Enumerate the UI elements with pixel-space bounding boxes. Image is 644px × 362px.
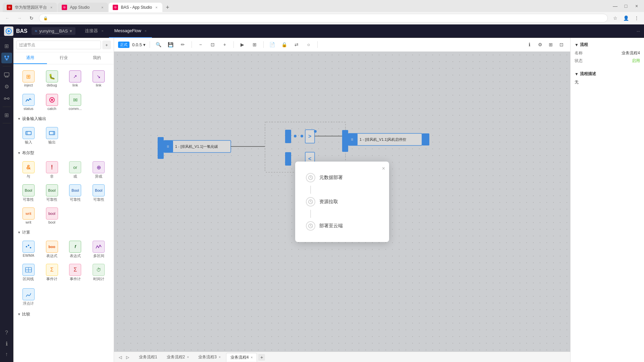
node-multirange[interactable]: 多区间	[88, 239, 110, 260]
node-debug[interactable]: 🐛 debug	[41, 68, 63, 89]
header-tab-messageflow[interactable]: MessageFlow ×	[109, 24, 152, 38]
node-and[interactable]: & 与	[17, 159, 40, 181]
bottom-tab-2-close[interactable]: ×	[187, 355, 189, 359]
toolbar-zoom-out-icon[interactable]: 🔍	[154, 40, 163, 49]
section-device-io[interactable]: ▼ 设备输入输出	[16, 114, 111, 124]
toolbar-info-icon[interactable]: ℹ	[525, 40, 534, 49]
sidebar-connect-icon[interactable]	[1, 93, 12, 104]
bottom-tab-4[interactable]: 业务流程4 ×	[226, 353, 257, 362]
node-eventcount1[interactable]: Σ 事件计	[41, 262, 63, 284]
tab-close-1[interactable]: ×	[50, 5, 53, 10]
node-timecount[interactable]: ⏱ 时间计	[88, 262, 110, 284]
sidebar-settings-icon[interactable]: ⚙	[1, 81, 12, 92]
header-tab-connector-close[interactable]: ×	[101, 29, 103, 33]
new-tab-button[interactable]: +	[163, 3, 172, 12]
project-selector[interactable]: ≈ yunying__BAS ▾	[32, 27, 75, 35]
bottom-tab-1[interactable]: 业务流程1	[135, 353, 161, 361]
node-link-in[interactable]: ↗ link	[64, 68, 87, 89]
modal-overlay[interactable]: × 元数据部署	[114, 52, 570, 352]
node-or[interactable]: or 或	[64, 159, 87, 181]
bottom-tab-3[interactable]: 业务流程3 ×	[194, 353, 225, 361]
url-bar[interactable]: 🔒	[39, 14, 608, 22]
toolbar-zoom-plus-icon[interactable]: +	[220, 40, 229, 49]
section-calc[interactable]: ▼ 计算	[16, 228, 111, 237]
bottom-add-tab-button[interactable]: +	[258, 354, 265, 361]
version-select[interactable]: 0.0.5 ▾	[132, 42, 146, 47]
tab-close-3[interactable]: ×	[155, 5, 158, 10]
sidebar-home-icon[interactable]: ⊞	[1, 41, 12, 51]
node-search-input[interactable]	[16, 41, 101, 49]
browser-tab-1[interactable]: 华 华为智慧园区平台 ×	[3, 3, 57, 12]
node-floatcount[interactable]: 浮点计	[17, 286, 40, 308]
menu-button[interactable]: ⋮	[632, 13, 641, 23]
bottom-tab-2[interactable]: 业务流程2 ×	[163, 353, 193, 361]
node-search-button[interactable]: +	[102, 41, 111, 49]
sidebar-grid-icon[interactable]: ⊞	[1, 110, 12, 120]
app-logo: BAS	[4, 26, 28, 36]
node-catch[interactable]: catch	[41, 92, 63, 113]
section-bool[interactable]: ▼ 布尔型	[16, 148, 111, 158]
canvas-content[interactable]: ≡ 1 - [排风机_V1.1]一氧化碳 > <	[114, 52, 570, 352]
sidebar-device-icon[interactable]	[1, 69, 12, 80]
node-reliability-3[interactable]: Bool 可靠性	[64, 182, 87, 204]
node-output[interactable]: 输出	[41, 125, 63, 147]
sidebar-help-icon[interactable]: ?	[1, 327, 12, 338]
maximize-button[interactable]: □	[621, 1, 631, 11]
bookmark-button[interactable]: ☆	[610, 13, 620, 23]
node-eventcount2[interactable]: Σ 事件计	[64, 262, 87, 284]
sidebar-info-icon[interactable]: ℹ	[1, 338, 12, 349]
node-reliability-2[interactable]: Bool 可靠性	[41, 182, 63, 204]
profile-button[interactable]: 👤	[621, 13, 631, 23]
node-reliability-4[interactable]: Bool 可靠性	[88, 182, 110, 204]
forward-button[interactable]: →	[15, 13, 24, 23]
node-rangeline[interactable]: 区间线	[17, 262, 40, 284]
header-tab-messageflow-close[interactable]: ×	[145, 29, 147, 33]
bottom-tab-3-close[interactable]: ×	[219, 355, 221, 359]
toolbar-zoom-minus-icon[interactable]: −	[196, 40, 205, 49]
toolbar-page-icon[interactable]: 📄	[268, 40, 277, 49]
panel-tab-general[interactable]: 通用	[13, 52, 47, 64]
browser-tab-2[interactable]: 华 App Studio ×	[58, 3, 108, 12]
sidebar-deploy-icon[interactable]: ↑	[1, 349, 12, 360]
toolbar-filter-icon[interactable]: ⊞	[546, 40, 555, 49]
bottom-nav-prev[interactable]: ◁	[117, 354, 123, 361]
bottom-nav-next[interactable]: ▷	[124, 354, 131, 361]
toolbar-save-icon[interactable]: 💾	[166, 40, 175, 49]
node-inject[interactable]: ⊞ inject	[17, 68, 40, 89]
header-more-icon[interactable]: ···	[637, 29, 640, 34]
toolbar-circle-icon[interactable]: ○	[304, 40, 313, 49]
node-expr1[interactable]: boo 表达式	[41, 239, 63, 260]
browser-tab-3[interactable]: 华 BAS - App Studio ×	[109, 3, 162, 12]
node-comm[interactable]: ✉ comm...	[64, 92, 87, 113]
panel-tab-mine[interactable]: 我的	[80, 52, 114, 64]
toolbar-fit-icon[interactable]: ⊡	[208, 40, 217, 49]
toolbar-arrow-icon[interactable]: ⇄	[292, 40, 301, 49]
toolbar-grid-icon[interactable]: ⊡	[557, 40, 566, 49]
node-reliability-1[interactable]: Bool 可靠性	[17, 182, 40, 204]
node-not[interactable]: ! 非	[41, 159, 63, 181]
modal-close-button[interactable]: ×	[382, 166, 385, 172]
toolbar-play-icon[interactable]: ▶	[238, 40, 247, 49]
toolbar-edit-icon[interactable]: ✏	[178, 40, 187, 49]
node-link-out[interactable]: ↘ link	[88, 68, 110, 89]
panel-tab-industry[interactable]: 行业	[47, 52, 80, 64]
header-tab-connector[interactable]: 连接器 ×	[79, 24, 109, 38]
toolbar-copy-icon[interactable]: ⊞	[250, 40, 259, 49]
node-status[interactable]: status	[17, 92, 40, 113]
back-button[interactable]: ←	[3, 13, 12, 23]
node-writ[interactable]: writ writ	[17, 205, 40, 226]
close-button[interactable]: ×	[632, 1, 641, 11]
toolbar-settings-icon[interactable]: ⚙	[535, 40, 545, 49]
node-input[interactable]: 输入	[17, 125, 40, 147]
node-ewma[interactable]: EWMA	[17, 239, 40, 260]
sidebar-flow-icon[interactable]	[1, 53, 12, 63]
node-bool[interactable]: bool bool	[41, 205, 63, 226]
minimize-button[interactable]: —	[610, 1, 620, 11]
toolbar-lock-icon[interactable]: 🔒	[280, 40, 289, 49]
refresh-button[interactable]: ↻	[27, 13, 36, 23]
bottom-tab-4-close[interactable]: ×	[251, 356, 253, 359]
section-compare[interactable]: ▼ 比较	[16, 309, 111, 319]
tab-close-2[interactable]: ×	[101, 5, 104, 10]
node-expr2[interactable]: f 表达式	[64, 239, 87, 260]
node-xor[interactable]: ⊕ 异或	[88, 159, 110, 181]
